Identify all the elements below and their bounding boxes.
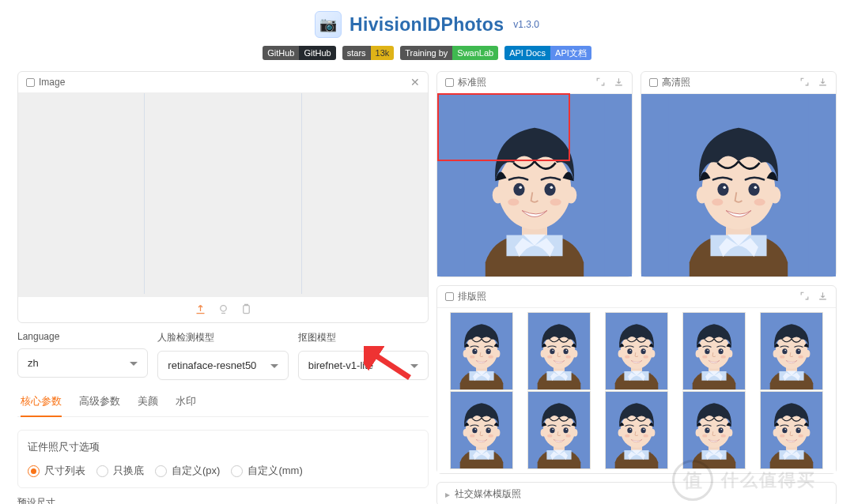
size-option-2[interactable]: 自定义(px) bbox=[155, 464, 220, 478]
face-model-label: 人脸检测模型 bbox=[157, 331, 288, 344]
app-version: v1.3.0 bbox=[513, 19, 539, 30]
image-stage[interactable] bbox=[18, 93, 428, 297]
layout-tile bbox=[606, 392, 667, 468]
badge[interactable]: stars13k bbox=[342, 46, 395, 60]
matting-model-select[interactable]: birefnet-v1-lite bbox=[298, 351, 429, 380]
tab-0[interactable]: 核心参数 bbox=[21, 388, 62, 416]
expand-icon[interactable] bbox=[799, 77, 810, 89]
download-icon[interactable] bbox=[818, 77, 828, 89]
size-option-0[interactable]: 尺寸列表 bbox=[28, 464, 85, 478]
image-icon bbox=[26, 78, 35, 87]
svg-rect-15 bbox=[145, 93, 301, 297]
layout-tile bbox=[683, 313, 745, 389]
image-icon bbox=[445, 292, 454, 301]
watermark: 值 什么值得买 bbox=[672, 460, 846, 501]
expand-icon[interactable] bbox=[595, 77, 606, 89]
layout-tile bbox=[606, 313, 667, 389]
layout-tile bbox=[451, 392, 512, 468]
hd-preview-label: 高清照 bbox=[662, 76, 690, 89]
tab-2[interactable]: 美颜 bbox=[138, 388, 158, 416]
language-label: Language bbox=[17, 331, 148, 342]
badge[interactable]: Training bySwanLab bbox=[400, 46, 498, 60]
matting-model-label: 抠图模型 bbox=[298, 331, 429, 344]
clipboard-icon[interactable] bbox=[240, 303, 252, 318]
layout-tile bbox=[528, 392, 590, 468]
size-option-1[interactable]: 只换底 bbox=[96, 464, 144, 478]
close-icon[interactable]: ✕ bbox=[410, 76, 420, 88]
layout-preview-label: 排版照 bbox=[458, 290, 486, 303]
app-header: 📷 HivisionIDPhotos v1.3.0 GitHubGitHubst… bbox=[0, 0, 854, 71]
layout-tile bbox=[761, 392, 822, 468]
tab-bar: 核心参数高级参数美颜水印 bbox=[17, 388, 429, 417]
badge[interactable]: GitHubGitHub bbox=[263, 46, 336, 60]
chevron-down-icon bbox=[410, 364, 418, 372]
expand-icon[interactable] bbox=[799, 291, 810, 303]
face-model-select[interactable]: retinaface-resnet50 bbox=[157, 351, 288, 380]
size-options-title: 证件照尺寸选项 bbox=[28, 440, 418, 454]
layout-tile bbox=[451, 313, 512, 389]
hd-preview-panel: 高清照 bbox=[640, 71, 837, 277]
tab-3[interactable]: 水印 bbox=[176, 388, 196, 416]
image-icon bbox=[649, 78, 658, 87]
input-image-label: Image bbox=[39, 77, 65, 88]
app-logo: 📷 bbox=[315, 11, 342, 38]
svg-rect-17 bbox=[243, 306, 249, 314]
layout-preview-panel: 排版照 bbox=[436, 285, 837, 474]
download-icon[interactable] bbox=[818, 291, 828, 303]
app-title: HivisionIDPhotos bbox=[350, 14, 504, 36]
layout-tile bbox=[761, 313, 822, 389]
chevron-down-icon bbox=[270, 364, 278, 372]
input-image-panel: Image ✕ bbox=[17, 71, 429, 323]
preset-size-label: 预设尺寸 bbox=[17, 496, 429, 504]
size-option-3[interactable]: 自定义(mm) bbox=[231, 464, 302, 478]
standard-preview-panel: 标准照 bbox=[436, 71, 633, 277]
size-options-group: 证件照尺寸选项 尺寸列表只换底自定义(px)自定义(mm) bbox=[17, 430, 429, 488]
language-select[interactable]: zh bbox=[17, 348, 148, 378]
badge[interactable]: API DocsAPI文档 bbox=[504, 46, 591, 60]
svg-point-16 bbox=[220, 306, 226, 312]
chevron-down-icon bbox=[130, 362, 138, 370]
layout-tile bbox=[528, 313, 590, 389]
social-template-label: 社交媒体模版照 bbox=[455, 487, 521, 501]
badge-row: GitHubGitHubstars13kTraining bySwanLabAP… bbox=[0, 46, 854, 60]
layout-tile bbox=[683, 392, 745, 468]
tab-1[interactable]: 高级参数 bbox=[79, 388, 120, 416]
download-icon[interactable] bbox=[614, 77, 624, 89]
image-icon bbox=[445, 78, 454, 87]
upload-icon[interactable] bbox=[195, 303, 206, 318]
layout-grid bbox=[444, 313, 829, 468]
standard-preview-label: 标准照 bbox=[458, 76, 486, 89]
webcam-icon[interactable] bbox=[217, 303, 229, 318]
